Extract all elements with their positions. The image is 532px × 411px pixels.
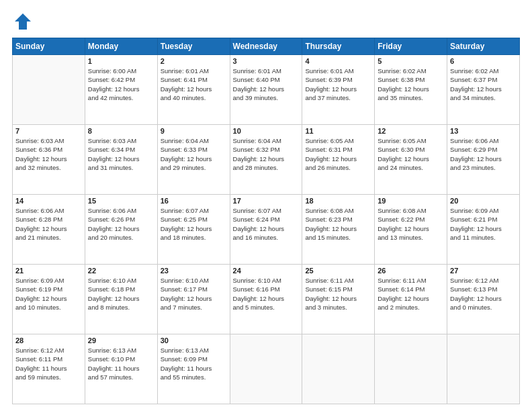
day-info: Sunrise: 6:02 AM Sunset: 6:38 PM Dayligh…	[378, 66, 444, 102]
day-header-tuesday: Tuesday	[157, 38, 230, 55]
day-number: 22	[88, 267, 154, 275]
svg-marker-0	[15, 13, 31, 30]
day-info: Sunrise: 6:08 AM Sunset: 6:22 PM Dayligh…	[378, 206, 444, 242]
day-info: Sunrise: 6:12 AM Sunset: 6:13 PM Dayligh…	[450, 276, 517, 312]
logo	[12, 12, 32, 31]
day-header-thursday: Thursday	[302, 38, 375, 55]
calendar-cell	[375, 334, 447, 404]
calendar-cell: 18Sunrise: 6:08 AM Sunset: 6:23 PM Dayli…	[302, 195, 375, 265]
day-number: 1	[88, 57, 154, 65]
calendar-cell: 8Sunrise: 6:03 AM Sunset: 6:34 PM Daylig…	[85, 125, 157, 195]
calendar-cell: 9Sunrise: 6:04 AM Sunset: 6:33 PM Daylig…	[157, 125, 230, 195]
calendar-week-5: 28Sunrise: 6:12 AM Sunset: 6:11 PM Dayli…	[13, 334, 520, 404]
calendar-cell: 20Sunrise: 6:09 AM Sunset: 6:21 PM Dayli…	[447, 195, 520, 265]
logo-text	[12, 12, 32, 34]
day-number: 18	[305, 197, 371, 205]
day-info: Sunrise: 6:03 AM Sunset: 6:34 PM Dayligh…	[88, 136, 154, 172]
day-info: Sunrise: 6:05 AM Sunset: 6:30 PM Dayligh…	[378, 136, 444, 172]
calendar-header-row: SundayMondayTuesdayWednesdayThursdayFrid…	[13, 38, 520, 55]
calendar-cell: 7Sunrise: 6:03 AM Sunset: 6:36 PM Daylig…	[13, 125, 85, 195]
day-number: 5	[378, 57, 444, 65]
calendar-cell: 22Sunrise: 6:10 AM Sunset: 6:18 PM Dayli…	[85, 265, 157, 334]
logo-icon	[13, 12, 32, 31]
day-header-wednesday: Wednesday	[230, 38, 302, 55]
day-number: 13	[450, 127, 517, 135]
day-info: Sunrise: 6:06 AM Sunset: 6:26 PM Dayligh…	[88, 206, 154, 242]
calendar-cell: 21Sunrise: 6:09 AM Sunset: 6:19 PM Dayli…	[13, 265, 85, 334]
day-number: 8	[88, 127, 154, 135]
day-info: Sunrise: 6:07 AM Sunset: 6:24 PM Dayligh…	[233, 206, 300, 242]
day-number: 27	[450, 267, 517, 275]
day-info: Sunrise: 6:04 AM Sunset: 6:32 PM Dayligh…	[233, 136, 300, 172]
day-number: 24	[233, 267, 300, 275]
day-number: 15	[88, 197, 154, 205]
calendar-cell: 6Sunrise: 6:02 AM Sunset: 6:37 PM Daylig…	[447, 55, 520, 125]
day-info: Sunrise: 6:13 AM Sunset: 6:10 PM Dayligh…	[88, 346, 154, 381]
day-header-monday: Monday	[85, 38, 157, 55]
calendar-cell: 19Sunrise: 6:08 AM Sunset: 6:22 PM Dayli…	[375, 195, 447, 265]
day-number: 3	[233, 57, 300, 65]
day-number: 12	[378, 127, 444, 135]
day-info: Sunrise: 6:01 AM Sunset: 6:40 PM Dayligh…	[233, 66, 300, 102]
day-number: 26	[378, 267, 444, 275]
day-number: 2	[161, 57, 227, 65]
day-number: 9	[161, 127, 227, 135]
page: SundayMondayTuesdayWednesdayThursdayFrid…	[0, 0, 532, 411]
day-number: 29	[88, 336, 154, 345]
calendar-cell: 26Sunrise: 6:11 AM Sunset: 6:14 PM Dayli…	[375, 265, 447, 334]
calendar-cell: 4Sunrise: 6:01 AM Sunset: 6:39 PM Daylig…	[302, 55, 375, 125]
calendar-cell: 30Sunrise: 6:13 AM Sunset: 6:09 PM Dayli…	[157, 334, 230, 404]
calendar-cell: 17Sunrise: 6:07 AM Sunset: 6:24 PM Dayli…	[230, 195, 302, 265]
day-header-friday: Friday	[375, 38, 447, 55]
day-info: Sunrise: 6:11 AM Sunset: 6:14 PM Dayligh…	[378, 276, 444, 312]
calendar-week-2: 7Sunrise: 6:03 AM Sunset: 6:36 PM Daylig…	[13, 125, 520, 195]
calendar-cell	[447, 334, 520, 404]
day-info: Sunrise: 6:01 AM Sunset: 6:41 PM Dayligh…	[161, 66, 227, 102]
day-info: Sunrise: 6:03 AM Sunset: 6:36 PM Dayligh…	[15, 136, 82, 172]
calendar-cell: 25Sunrise: 6:11 AM Sunset: 6:15 PM Dayli…	[302, 265, 375, 334]
calendar-cell: 12Sunrise: 6:05 AM Sunset: 6:30 PM Dayli…	[375, 125, 447, 195]
day-number: 30	[161, 336, 227, 345]
day-info: Sunrise: 6:09 AM Sunset: 6:21 PM Dayligh…	[450, 206, 517, 242]
day-info: Sunrise: 6:10 AM Sunset: 6:17 PM Dayligh…	[161, 276, 227, 312]
day-number: 6	[450, 57, 517, 65]
day-number: 11	[305, 127, 371, 135]
day-number: 16	[161, 197, 227, 205]
day-header-saturday: Saturday	[447, 38, 520, 55]
calendar-cell: 14Sunrise: 6:06 AM Sunset: 6:28 PM Dayli…	[13, 195, 85, 265]
day-info: Sunrise: 6:01 AM Sunset: 6:39 PM Dayligh…	[305, 66, 371, 102]
day-number: 21	[15, 267, 82, 275]
day-info: Sunrise: 6:07 AM Sunset: 6:25 PM Dayligh…	[161, 206, 227, 242]
calendar-cell: 24Sunrise: 6:10 AM Sunset: 6:16 PM Dayli…	[230, 265, 302, 334]
day-header-sunday: Sunday	[13, 38, 85, 55]
day-info: Sunrise: 6:02 AM Sunset: 6:37 PM Dayligh…	[450, 66, 517, 102]
day-info: Sunrise: 6:00 AM Sunset: 6:42 PM Dayligh…	[88, 66, 154, 102]
calendar-table: SundayMondayTuesdayWednesdayThursdayFrid…	[12, 38, 520, 404]
day-number: 25	[305, 267, 371, 275]
day-info: Sunrise: 6:10 AM Sunset: 6:18 PM Dayligh…	[88, 276, 154, 312]
calendar-cell: 23Sunrise: 6:10 AM Sunset: 6:17 PM Dayli…	[157, 265, 230, 334]
day-number: 19	[378, 197, 444, 205]
header	[12, 12, 520, 31]
calendar-week-4: 21Sunrise: 6:09 AM Sunset: 6:19 PM Dayli…	[13, 265, 520, 334]
day-info: Sunrise: 6:06 AM Sunset: 6:29 PM Dayligh…	[450, 136, 517, 172]
calendar-cell: 15Sunrise: 6:06 AM Sunset: 6:26 PM Dayli…	[85, 195, 157, 265]
calendar-cell: 3Sunrise: 6:01 AM Sunset: 6:40 PM Daylig…	[230, 55, 302, 125]
day-number: 10	[233, 127, 300, 135]
calendar-cell: 5Sunrise: 6:02 AM Sunset: 6:38 PM Daylig…	[375, 55, 447, 125]
day-info: Sunrise: 6:04 AM Sunset: 6:33 PM Dayligh…	[161, 136, 227, 172]
calendar-cell	[230, 334, 302, 404]
calendar-cell: 2Sunrise: 6:01 AM Sunset: 6:41 PM Daylig…	[157, 55, 230, 125]
day-info: Sunrise: 6:09 AM Sunset: 6:19 PM Dayligh…	[15, 276, 82, 312]
day-info: Sunrise: 6:06 AM Sunset: 6:28 PM Dayligh…	[15, 206, 82, 242]
day-number: 14	[15, 197, 82, 205]
day-number: 17	[233, 197, 300, 205]
day-info: Sunrise: 6:05 AM Sunset: 6:31 PM Dayligh…	[305, 136, 371, 172]
calendar-cell	[13, 55, 85, 125]
day-info: Sunrise: 6:13 AM Sunset: 6:09 PM Dayligh…	[161, 346, 227, 381]
calendar-cell: 11Sunrise: 6:05 AM Sunset: 6:31 PM Dayli…	[302, 125, 375, 195]
calendar-week-1: 1Sunrise: 6:00 AM Sunset: 6:42 PM Daylig…	[13, 55, 520, 125]
calendar-cell: 16Sunrise: 6:07 AM Sunset: 6:25 PM Dayli…	[157, 195, 230, 265]
day-info: Sunrise: 6:08 AM Sunset: 6:23 PM Dayligh…	[305, 206, 371, 242]
day-number: 23	[161, 267, 227, 275]
